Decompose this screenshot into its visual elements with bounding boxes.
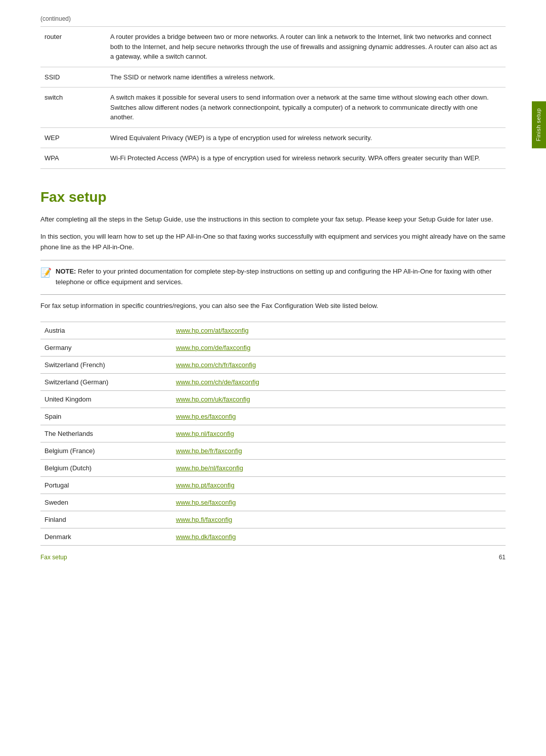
fax-country-url[interactable]: www.hp.dk/faxconfig [172, 528, 506, 546]
glossary-row: SSIDThe SSID or network name identifies … [40, 67, 506, 87]
glossary-table: routerA router provides a bridge between… [40, 26, 506, 169]
fax-country-url[interactable]: www.hp.com/ch/fr/faxconfig [172, 357, 506, 374]
fax-country-name: Austria [40, 322, 172, 339]
fax-country-row: United Kingdomwww.hp.com/uk/faxconfig [40, 391, 506, 408]
glossary-definition: A router provides a bridge between two o… [106, 27, 506, 67]
fax-country-url[interactable]: www.hp.be/nl/faxconfig [172, 460, 506, 477]
note-icon: 📝 [40, 267, 52, 278]
fax-country-row: Germanywww.hp.com/de/faxconfig [40, 339, 506, 357]
glossary-term: SSID [40, 67, 106, 87]
glossary-definition: Wired Equivalent Privacy (WEP) is a type… [106, 127, 506, 148]
fax-country-name: Switzerland (German) [40, 374, 172, 391]
note-content: NOTE: Refer to your printed documentatio… [56, 266, 506, 288]
fax-country-name: The Netherlands [40, 425, 172, 442]
note-text: Refer to your printed documentation for … [56, 268, 492, 286]
fax-country-row: Finlandwww.hp.fi/faxconfig [40, 511, 506, 528]
fax-url-link[interactable]: www.hp.com/de/faxconfig [176, 344, 250, 351]
fax-url-link[interactable]: www.hp.pt/faxconfig [176, 481, 235, 489]
footer-right: 61 [499, 554, 506, 561]
fax-country-url[interactable]: www.hp.es/faxconfig [172, 408, 506, 425]
divider-bottom [40, 294, 506, 295]
sidebar-tab: Finish setup [532, 101, 546, 148]
fax-country-name: Sweden [40, 494, 172, 511]
fax-country-table: Austriawww.hp.com/at/faxconfigGermanywww… [40, 322, 506, 546]
fax-url-link[interactable]: www.hp.com/ch/de/faxconfig [176, 378, 259, 386]
fax-url-link[interactable]: www.hp.se/faxconfig [176, 499, 236, 506]
fax-country-name: Germany [40, 339, 172, 357]
fax-country-name: United Kingdom [40, 391, 172, 408]
page-container: (continued) routerA router provides a br… [0, 0, 546, 576]
glossary-definition: The SSID or network name identifies a wi… [106, 67, 506, 87]
continued-label: (continued) [40, 15, 506, 22]
fax-country-url[interactable]: www.hp.pt/faxconfig [172, 477, 506, 494]
fax-country-name: Finland [40, 511, 172, 528]
fax-setup-heading: Fax setup [40, 189, 506, 205]
fax-paragraph-3: For fax setup information in specific co… [40, 301, 506, 312]
fax-url-link[interactable]: www.hp.be/fr/faxconfig [176, 447, 242, 455]
fax-country-row: Spainwww.hp.es/faxconfig [40, 408, 506, 425]
fax-country-name: Denmark [40, 528, 172, 546]
fax-country-row: The Netherlandswww.hp.nl/faxconfig [40, 425, 506, 442]
glossary-row: WEPWired Equivalent Privacy (WEP) is a t… [40, 127, 506, 148]
fax-country-url[interactable]: www.hp.nl/faxconfig [172, 425, 506, 442]
glossary-term: WEP [40, 127, 106, 148]
fax-url-link[interactable]: www.hp.dk/faxconfig [176, 533, 236, 541]
fax-country-name: Belgium (Dutch) [40, 460, 172, 477]
fax-country-url[interactable]: www.hp.com/ch/de/faxconfig [172, 374, 506, 391]
glossary-term: router [40, 27, 106, 67]
glossary-definition: Wi-Fi Protected Access (WPA) is a type o… [106, 148, 506, 169]
footer: Fax setup 61 [0, 554, 546, 561]
glossary-term: switch [40, 87, 106, 128]
fax-country-name: Spain [40, 408, 172, 425]
fax-country-row: Denmarkwww.hp.dk/faxconfig [40, 528, 506, 546]
note-label: NOTE: [56, 268, 76, 275]
fax-country-url[interactable]: www.hp.fi/faxconfig [172, 511, 506, 528]
fax-url-link[interactable]: www.hp.es/faxconfig [176, 413, 236, 420]
glossary-row: WPAWi-Fi Protected Access (WPA) is a typ… [40, 148, 506, 169]
fax-url-link[interactable]: www.hp.com/ch/fr/faxconfig [176, 361, 256, 369]
fax-country-row: Switzerland (German)www.hp.com/ch/de/fax… [40, 374, 506, 391]
glossary-definition: A switch makes it possible for several u… [106, 87, 506, 128]
glossary-row: switchA switch makes it possible for sev… [40, 87, 506, 128]
fax-country-row: Portugalwww.hp.pt/faxconfig [40, 477, 506, 494]
fax-url-link[interactable]: www.hp.nl/faxconfig [176, 430, 234, 437]
fax-country-url[interactable]: www.hp.com/uk/faxconfig [172, 391, 506, 408]
fax-url-link[interactable]: www.hp.fi/faxconfig [176, 516, 232, 523]
fax-country-url[interactable]: www.hp.com/de/faxconfig [172, 339, 506, 357]
fax-url-link[interactable]: www.hp.com/uk/faxconfig [176, 395, 250, 403]
fax-country-row: Austriawww.hp.com/at/faxconfig [40, 322, 506, 339]
fax-paragraph-1: After completing all the steps in the Se… [40, 214, 506, 225]
fax-paragraph-2: In this section, you will learn how to s… [40, 232, 506, 253]
fax-url-link[interactable]: www.hp.com/at/faxconfig [176, 327, 249, 334]
fax-country-url[interactable]: www.hp.be/fr/faxconfig [172, 442, 506, 460]
fax-country-row: Switzerland (French)www.hp.com/ch/fr/fax… [40, 357, 506, 374]
fax-country-url[interactable]: www.hp.com/at/faxconfig [172, 322, 506, 339]
glossary-term: WPA [40, 148, 106, 169]
fax-url-link[interactable]: www.hp.be/nl/faxconfig [176, 464, 243, 472]
divider-top [40, 260, 506, 260]
fax-country-row: Swedenwww.hp.se/faxconfig [40, 494, 506, 511]
fax-country-row: Belgium (Dutch)www.hp.be/nl/faxconfig [40, 460, 506, 477]
fax-country-name: Portugal [40, 477, 172, 494]
fax-country-name: Switzerland (French) [40, 357, 172, 374]
fax-country-url[interactable]: www.hp.se/faxconfig [172, 494, 506, 511]
footer-left: Fax setup [40, 554, 67, 561]
fax-country-row: Belgium (France)www.hp.be/fr/faxconfig [40, 442, 506, 460]
glossary-row: routerA router provides a bridge between… [40, 27, 506, 67]
note-box: 📝 NOTE: Refer to your printed documentat… [40, 266, 506, 288]
fax-country-name: Belgium (France) [40, 442, 172, 460]
